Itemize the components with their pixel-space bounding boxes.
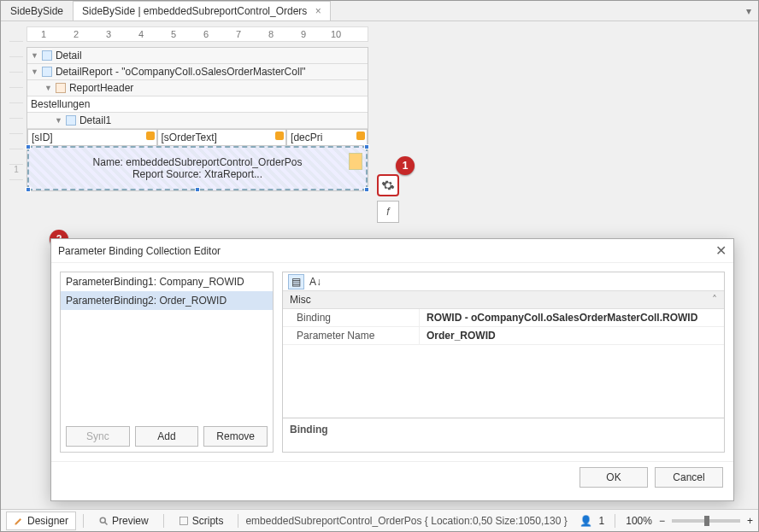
field-sid[interactable]: [sID] <box>27 129 157 146</box>
dialog-footer: OK Cancel <box>51 461 733 492</box>
document-icon <box>349 153 362 170</box>
property-grid: ▤ A↓ Misc ˄ Binding ROWID - oCompanyColl… <box>282 272 725 453</box>
chevron-down-icon: ▼ <box>55 116 62 125</box>
add-button[interactable]: Add <box>135 426 199 447</box>
svg-rect-1 <box>179 517 187 524</box>
user-icon[interactable]: 👤 <box>580 515 592 527</box>
property-value[interactable]: Order_ROWID <box>420 327 724 344</box>
property-description: Binding <box>283 418 724 452</box>
selection-handle[interactable] <box>26 187 31 192</box>
chevron-down-icon: ▼ <box>31 51 38 60</box>
document-tabs: SideBySide SideBySide | embeddedSubrepor… <box>1 1 758 21</box>
selection-handle[interactable] <box>195 187 200 192</box>
smart-tag-icon[interactable] <box>356 132 365 140</box>
vruler-mark-1: 1 <box>9 165 23 180</box>
dialog-header: Parameter Binding Collection Editor ✕ <box>51 239 733 263</box>
band-label: DetailReport - "oCompanyColl.oSalesOrder… <box>56 66 306 78</box>
remove-button[interactable]: Remove <box>203 426 268 447</box>
selection-handle[interactable] <box>26 144 31 149</box>
band-icon <box>42 67 52 77</box>
subreport-name: Name: embeddedSubreportControl_OrderPos <box>38 156 357 168</box>
property-value[interactable]: ROWID - oCompanyColl.oSalesOrderMasterCo… <box>420 309 724 326</box>
designer-icon <box>14 516 24 526</box>
binding-list: ParameterBinding1: Company_ROWID Paramet… <box>60 272 274 453</box>
band-detailreport[interactable]: ▼ DetailReport - "oCompanyColl.oSalesOrd… <box>27 64 368 80</box>
field-decpri[interactable]: [decPri <box>286 129 368 146</box>
chevron-up-icon: ˄ <box>712 294 717 306</box>
list-item[interactable]: ParameterBinding2: Order_ROWID <box>61 291 273 310</box>
field-sordertext[interactable]: [sOrderText] <box>157 129 287 146</box>
sort-icon[interactable]: A↓ <box>309 276 321 288</box>
smart-tag-gear-button[interactable] <box>377 174 399 196</box>
property-row-binding[interactable]: Binding ROWID - oCompanyColl.oSalesOrder… <box>283 309 724 327</box>
user-count: 1 <box>599 515 605 527</box>
selection-handle[interactable] <box>364 144 369 149</box>
close-icon[interactable]: ✕ <box>715 243 727 259</box>
scripts-icon <box>179 516 189 526</box>
status-bar: Designer Preview Scripts embeddedSubrepo… <box>1 509 758 531</box>
property-section-misc[interactable]: Misc ˄ <box>283 291 724 309</box>
band-label: Detail <box>56 50 82 61</box>
zoom-level: 100% <box>626 515 652 527</box>
chevron-down-icon[interactable]: ▾ <box>739 2 758 20</box>
property-key: Binding <box>283 309 420 326</box>
svg-point-0 <box>100 517 105 523</box>
categorized-icon[interactable]: ▤ <box>288 274 304 289</box>
parameter-binding-dialog: Parameter Binding Collection Editor ✕ Pa… <box>50 238 734 501</box>
status-text: embeddedSubreportControl_OrderPos { Loca… <box>245 515 567 527</box>
tab-preview[interactable]: Preview <box>91 512 156 530</box>
tab-sidebyside-orders[interactable]: SideBySide | embeddedSubreportControl_Or… <box>73 1 331 20</box>
chevron-down-icon: ▼ <box>31 67 38 76</box>
band-label: ReportHeader <box>69 82 133 94</box>
preview-icon <box>98 516 109 526</box>
dialog-title: Parameter Binding Collection Editor <box>58 245 221 257</box>
design-surface: 12345678910 1 ▼ Detail ▼ DetailReport - … <box>1 21 758 235</box>
property-row-paramname[interactable]: Parameter Name Order_ROWID <box>283 327 724 345</box>
callout-badge-1: 1 <box>396 156 415 175</box>
ok-button[interactable]: OK <box>580 467 648 488</box>
vertical-ruler: 1 <box>9 26 23 231</box>
band-icon <box>66 115 76 126</box>
band-detail1[interactable]: ▼ Detail1 <box>27 113 368 129</box>
band-detail[interactable]: ▼ Detail <box>27 48 368 64</box>
subreport-source: Report Source: XtraReport... <box>38 168 357 180</box>
header-text-cell[interactable]: Bestellungen <box>27 96 368 113</box>
smart-tag-icon[interactable] <box>275 132 284 140</box>
chevron-down-icon: ▼ <box>44 84 52 92</box>
sync-button[interactable]: Sync <box>66 426 130 447</box>
subreport-control[interactable]: Name: embeddedSubreportControl_OrderPos … <box>27 146 368 190</box>
header-text: Bestellungen <box>31 98 90 110</box>
zoom-slider[interactable] <box>672 519 740 523</box>
horizontal-ruler: 12345678910 <box>26 26 368 42</box>
band-icon <box>56 83 66 93</box>
close-icon[interactable]: × <box>315 5 321 17</box>
tab-sidebyside[interactable]: SideBySide <box>1 1 73 20</box>
list-item[interactable]: ParameterBinding1: Company_ROWID <box>61 272 273 291</box>
property-toolbar: ▤ A↓ <box>283 272 724 291</box>
tab-designer[interactable]: Designer <box>6 512 76 530</box>
smart-tag-icon[interactable] <box>146 132 155 140</box>
field-row: [sID] [sOrderText] [decPri <box>27 129 368 146</box>
selection-handle[interactable] <box>364 187 369 192</box>
band-icon <box>42 50 52 61</box>
report-canvas[interactable]: ▼ Detail ▼ DetailReport - "oCompanyColl.… <box>26 47 368 191</box>
gear-icon <box>381 178 395 192</box>
band-reportheader[interactable]: ▼ ReportHeader <box>27 80 368 96</box>
zoom-in-button[interactable]: + <box>747 515 753 527</box>
cancel-button[interactable]: Cancel <box>655 467 723 488</box>
property-key: Parameter Name <box>283 327 420 344</box>
zoom-out-button[interactable]: − <box>659 515 665 527</box>
expression-button[interactable]: f <box>377 201 399 223</box>
tab-scripts[interactable]: Scripts <box>171 512 232 530</box>
band-label: Detail1 <box>79 114 111 126</box>
